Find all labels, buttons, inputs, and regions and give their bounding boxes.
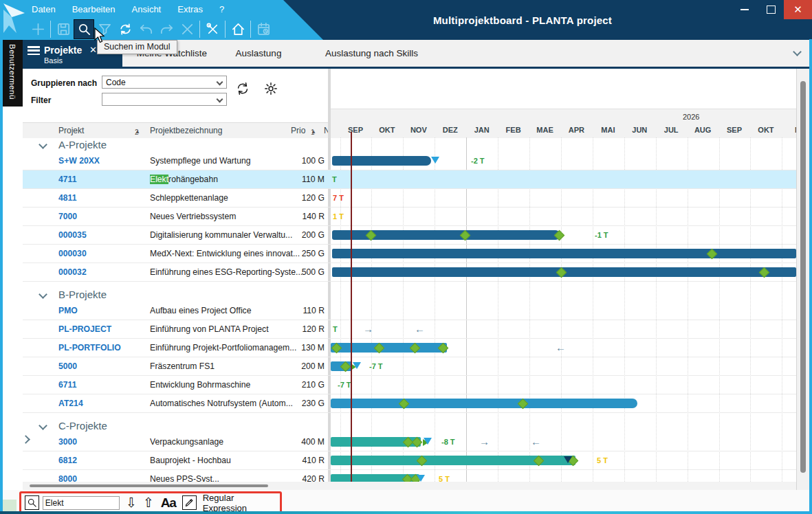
project-code-link[interactable]: 6711 xyxy=(58,376,144,394)
highlight-pen-icon[interactable] xyxy=(182,495,197,510)
table-row[interactable]: 6711Entwicklung Bohrmaschine210 G-7 T xyxy=(23,376,796,394)
table-row[interactable]: PL-PROJECTEinführung von PLANTA Project1… xyxy=(23,320,796,339)
project-code-link[interactable]: 5000 xyxy=(58,357,144,375)
gantt-bar[interactable] xyxy=(332,249,796,258)
menu-item-bearbeiten[interactable]: Bearbeiten xyxy=(71,3,117,16)
match-case-button[interactable]: Aa xyxy=(161,495,176,511)
table-row[interactable]: 7000Neues Vertriebssystem140 R1 T xyxy=(23,208,796,226)
calendar-icon[interactable] xyxy=(253,19,274,39)
tab-auslastung[interactable]: Auslastung xyxy=(227,40,290,67)
window-border-bottom xyxy=(0,511,812,514)
group-by-value: Code xyxy=(106,78,126,87)
tab-auslastung-nach-skills[interactable]: Auslastung nach Skills xyxy=(315,40,428,67)
menu-item-extras[interactable]: Extras xyxy=(176,3,204,16)
project-code-link[interactable]: AT214 xyxy=(58,394,144,412)
module-close-icon[interactable]: ✕ xyxy=(89,45,97,55)
benutzermenu-strip[interactable]: Benutzermenü xyxy=(3,40,23,107)
table-row[interactable]: 5000Fräszentrum FS1200 M-7 T xyxy=(23,357,796,376)
search-next-icon[interactable]: ⇩ xyxy=(126,496,137,510)
table-row[interactable]: AT214Automatisches Notrufsystem (Autom..… xyxy=(23,394,796,413)
search-icon[interactable] xyxy=(74,19,94,39)
vertical-scrollbar-thumb[interactable] xyxy=(800,81,806,473)
hamburger-icon[interactable] xyxy=(28,46,40,55)
close-button[interactable]: ✕ xyxy=(784,0,812,19)
gantt-bar[interactable] xyxy=(331,343,447,353)
menu-item-daten[interactable]: Daten xyxy=(30,3,57,16)
maximize-button[interactable] xyxy=(758,0,784,19)
collapse-chevron-icon[interactable] xyxy=(39,140,47,149)
save-icon[interactable] xyxy=(53,19,74,39)
menu-item-ansicht[interactable]: Ansicht xyxy=(131,3,163,16)
search-icon[interactable] xyxy=(25,495,39,510)
project-prio: 130 M xyxy=(267,339,325,357)
delete-icon[interactable] xyxy=(177,19,197,39)
project-code-link[interactable]: PMO xyxy=(58,302,144,320)
deviation-label: 7 T xyxy=(333,189,344,208)
col-prio[interactable]: Prio xyxy=(291,126,305,135)
window-corner xyxy=(3,500,17,511)
regex-toggle-label[interactable]: Regular Expression xyxy=(203,493,280,513)
menubar: DatenBearbeitenAnsichtExtras? xyxy=(30,3,226,16)
table-row[interactable]: PL-PORTFOLIOEinführung Projekt-Portfolio… xyxy=(23,339,796,357)
refresh-button[interactable] xyxy=(234,80,252,98)
project-code-link[interactable]: S+W 20XX xyxy=(58,152,144,170)
minimize-icon xyxy=(740,9,749,10)
table-row[interactable]: PMOAufbau eines Project Office110 R xyxy=(23,302,796,320)
settings-gear-icon[interactable] xyxy=(262,80,280,98)
project-code-link[interactable]: 000032 xyxy=(58,263,144,281)
deviation-label: 5 T xyxy=(597,451,608,470)
project-code-link[interactable]: 3000 xyxy=(58,433,144,451)
tools-icon[interactable] xyxy=(202,19,223,39)
horizontal-scrollbar[interactable] xyxy=(23,482,796,490)
gantt-bar[interactable] xyxy=(332,156,431,166)
filter-select[interactable] xyxy=(102,93,227,106)
month-label: DEZ xyxy=(443,126,458,134)
table-row[interactable]: 4711Elektrohängebahn110 MT xyxy=(23,170,796,189)
table-row[interactable]: 4811Schleppkettenanlage120 G7 T xyxy=(23,189,796,208)
search-prev-icon[interactable]: ⇧ xyxy=(143,496,154,510)
project-code-link[interactable]: 000035 xyxy=(58,226,144,244)
month-label: AUG xyxy=(694,126,711,134)
project-code-link[interactable]: 000030 xyxy=(58,245,144,262)
refresh-icon[interactable] xyxy=(115,19,135,39)
group-header-c-projekte[interactable]: C-Projekte xyxy=(23,418,796,433)
group-name: C-Projekte xyxy=(58,420,107,432)
project-code-link[interactable]: 4811 xyxy=(58,189,144,207)
month-label: MAI xyxy=(601,126,615,134)
group-header-b-projekte[interactable]: B-Projekte xyxy=(23,287,796,302)
group-by-label: Gruppieren nach xyxy=(31,78,97,88)
menu-item-?[interactable]: ? xyxy=(218,3,226,16)
table-row[interactable]: 6812Bauprojekt - Hochbau410 R5 T xyxy=(23,451,796,470)
vertical-scrollbar[interactable] xyxy=(796,69,809,490)
table-row[interactable]: 000030MedX-Next: Entwicklung eines innov… xyxy=(23,245,796,263)
minimize-button[interactable] xyxy=(732,0,758,19)
gantt-bar[interactable] xyxy=(331,399,637,408)
table-row[interactable]: 000035Digitalisierung kommunaler Verwalt… xyxy=(23,226,796,245)
project-code-link[interactable]: PL-PROJECT xyxy=(58,320,144,338)
group-by-select[interactable]: Code xyxy=(102,76,227,89)
group-header-a-projekte[interactable]: A-Projekte xyxy=(23,137,796,152)
collapse-chevron-icon[interactable] xyxy=(39,290,47,299)
col-bezeichnung[interactable]: Projektbezeichnung xyxy=(150,126,222,135)
month-label: JUN xyxy=(632,126,647,134)
project-code-link[interactable]: 8000 xyxy=(58,470,144,482)
collapse-chevron-icon[interactable] xyxy=(39,421,47,430)
project-code-link[interactable]: 7000 xyxy=(58,208,144,225)
undo-icon[interactable] xyxy=(135,19,156,39)
expand-chevron-icon[interactable] xyxy=(23,435,30,444)
project-code-link[interactable]: 6812 xyxy=(58,451,144,469)
table-row[interactable]: S+W 20XXSystempflege und Wartung100 G-2 … xyxy=(23,152,796,170)
horizontal-scrollbar-thumb[interactable] xyxy=(30,484,268,487)
search-input[interactable] xyxy=(43,496,120,510)
project-prio: 110 R xyxy=(267,302,325,320)
table-row[interactable]: 000032Einführung eines ESG-Reporting-Sys… xyxy=(23,263,796,282)
project-code-link[interactable]: 4711 xyxy=(58,170,144,188)
home-icon[interactable] xyxy=(228,19,248,39)
col-projekt[interactable]: Projekt xyxy=(58,126,84,135)
tabbar-chevron-down-icon[interactable] xyxy=(794,45,802,54)
redo-icon[interactable] xyxy=(156,19,177,39)
add-icon[interactable] xyxy=(28,19,48,39)
table-row[interactable]: 8000Neues PPS-Syst...420 R5 T xyxy=(23,470,796,482)
project-code-link[interactable]: PL-PORTFOLIO xyxy=(58,339,144,357)
table-row[interactable]: 3000Verpackungsanlage400 M-8 T→← xyxy=(23,433,796,451)
